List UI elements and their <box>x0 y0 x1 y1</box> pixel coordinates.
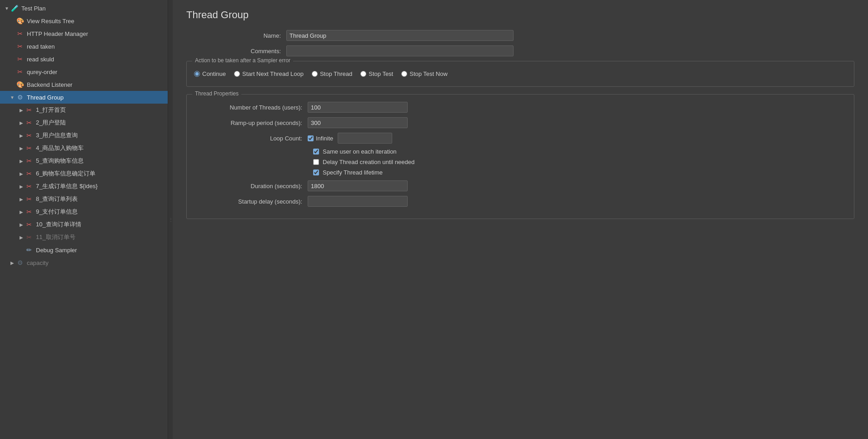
radio-item-opt-next-loop[interactable]: Start Next Thread Loop <box>234 70 304 77</box>
sidebar-item-label: 3_用户信息查询 <box>36 131 164 140</box>
item-icon: ✂ <box>25 195 34 204</box>
sidebar-item-http-header-manager[interactable]: ✂HTTP Header Manager <box>0 27 168 40</box>
sidebar-item-capacity[interactable]: ▶⚙capacity <box>0 256 168 269</box>
sidebar-item-item-2[interactable]: ▶✂2_用户登陆 <box>0 116 168 129</box>
drag-handle[interactable]: ⋮ <box>168 0 173 439</box>
radio-opt-stop-thread[interactable] <box>312 71 318 77</box>
item-icon: ✂ <box>15 55 25 64</box>
item-icon: 🎨 <box>15 16 25 25</box>
radio-opt-next-loop[interactable] <box>234 71 240 77</box>
item-icon: ✂ <box>25 118 34 127</box>
sidebar-item-label: read skuld <box>27 56 164 63</box>
same-user-label[interactable]: Same user on each iteration <box>323 148 397 155</box>
radio-label-opt-stop-test[interactable]: Stop Test <box>369 70 393 77</box>
specify-lifetime-checkbox[interactable] <box>313 170 319 175</box>
sidebar-item-item-10[interactable]: ▶✂10_查询订单详情 <box>0 218 168 231</box>
radio-item-opt-stop-test[interactable]: Stop Test <box>360 70 393 77</box>
radio-opt-continue[interactable] <box>194 71 200 77</box>
duration-input[interactable] <box>308 180 408 191</box>
delay-thread-row: Delay Thread creation until needed <box>194 159 847 165</box>
arrow-icon: ▶ <box>18 197 25 202</box>
item-icon: ⚙ <box>15 93 25 102</box>
infinite-checkbox-label[interactable]: Infinite <box>308 135 333 142</box>
sidebar-item-label: Thread Group <box>27 94 164 101</box>
thread-properties-section: Thread Properties Number of Threads (use… <box>186 94 854 219</box>
sidebar-item-label: HTTP Header Manager <box>27 30 164 37</box>
sidebar-item-test-plan[interactable]: ▼🧪Test Plan <box>0 2 168 15</box>
action-radio-group: ContinueStart Next Thread LoopStop Threa… <box>194 68 847 80</box>
sidebar-item-thread-group[interactable]: ▼⚙Thread Group <box>0 91 168 104</box>
item-icon: ✂ <box>25 182 34 191</box>
radio-opt-stop-test-now[interactable] <box>401 71 407 77</box>
sidebar-item-label: Test Plan <box>21 5 164 12</box>
sidebar-item-item-8[interactable]: ▶✂8_查询订单列表 <box>0 193 168 205</box>
page-title: Thread Group <box>186 9 854 21</box>
sidebar-item-label: Backend Listener <box>27 81 164 88</box>
sidebar-item-item-9[interactable]: ▶✂9_支付订单信息 <box>0 205 168 218</box>
sidebar-item-view-results-tree[interactable]: 🎨View Results Tree <box>0 15 168 27</box>
radio-label-opt-continue[interactable]: Continue <box>202 70 226 77</box>
radio-item-opt-stop-thread[interactable]: Stop Thread <box>312 70 352 77</box>
sidebar-item-qurey-order[interactable]: ✂qurey-order <box>0 65 168 78</box>
radio-label-opt-stop-thread[interactable]: Stop Thread <box>320 70 352 77</box>
item-icon: 🎨 <box>15 80 25 89</box>
startup-delay-label: Startup delay (seconds): <box>194 198 308 205</box>
sampler-error-title: Action to be taken after a Sampler error <box>192 57 293 64</box>
arrow-icon: ▶ <box>18 235 25 240</box>
radio-item-opt-continue[interactable]: Continue <box>194 70 226 77</box>
sidebar-item-label: 6_购物车信息确定订单 <box>36 170 164 178</box>
sidebar-item-backend-listener[interactable]: 🎨Backend Listener <box>0 78 168 91</box>
radio-label-opt-stop-test-now[interactable]: Stop Test Now <box>409 70 448 77</box>
infinite-label: Infinite <box>316 135 333 142</box>
duration-label: Duration (seconds): <box>194 183 308 190</box>
radio-opt-stop-test[interactable] <box>360 71 366 77</box>
loop-count-label: Loop Count: <box>194 135 308 142</box>
loop-count-input[interactable] <box>338 133 392 144</box>
item-icon: ✂ <box>15 67 25 76</box>
infinite-checkbox[interactable] <box>308 135 314 141</box>
item-icon: ✂ <box>15 42 25 51</box>
sidebar-item-item-11[interactable]: ▶✂11_取消订单号 <box>0 231 168 244</box>
comments-input[interactable] <box>286 45 514 56</box>
sidebar-item-item-4[interactable]: ▶✂4_商品加入购物车 <box>0 142 168 155</box>
arrow-icon: ▶ <box>18 222 25 227</box>
duration-row: Duration (seconds): <box>194 180 847 191</box>
startup-delay-input[interactable] <box>308 196 408 207</box>
sidebar-item-label: 11_取消订单号 <box>36 233 164 241</box>
arrow-icon: ▶ <box>18 184 25 189</box>
radio-item-opt-stop-test-now[interactable]: Stop Test Now <box>401 70 448 77</box>
same-user-checkbox[interactable] <box>313 149 319 155</box>
num-threads-label: Number of Threads (users): <box>194 104 308 111</box>
item-icon: ✂ <box>25 131 34 140</box>
sidebar-item-debug-sampler[interactable]: ✏Debug Sampler <box>0 244 168 256</box>
item-icon: ✏ <box>25 245 34 254</box>
name-input[interactable] <box>286 30 514 41</box>
sidebar-item-label: 10_查询订单详情 <box>36 220 164 229</box>
rampup-input[interactable] <box>308 117 408 128</box>
sidebar-item-label: 7_生成订单信息 ${ides} <box>36 182 164 190</box>
sidebar-item-read-taken[interactable]: ✂read taken <box>0 40 168 53</box>
sidebar-item-label: 2_用户登陆 <box>36 119 164 127</box>
item-icon: ⚙ <box>15 258 25 267</box>
delay-thread-label[interactable]: Delay Thread creation until needed <box>323 159 414 165</box>
sidebar-item-item-7[interactable]: ▶✂7_生成订单信息 ${ides} <box>0 180 168 193</box>
sidebar-item-label: capacity <box>27 259 164 266</box>
sidebar-item-label: View Results Tree <box>27 18 164 25</box>
delay-thread-checkbox[interactable] <box>313 159 319 165</box>
sidebar-item-item-1[interactable]: ▶✂1_打开首页 <box>0 104 168 116</box>
startup-delay-row: Startup delay (seconds): <box>194 196 847 207</box>
sidebar: ▼🧪Test Plan🎨View Results Tree✂HTTP Heade… <box>0 0 168 439</box>
sidebar-item-item-3[interactable]: ▶✂3_用户信息查询 <box>0 129 168 142</box>
sidebar-item-item-6[interactable]: ▶✂6_购物车信息确定订单 <box>0 167 168 180</box>
comments-label: Comments: <box>186 48 286 55</box>
sidebar-item-item-5[interactable]: ▶✂5_查询购物车信息 <box>0 155 168 167</box>
arrow-icon: ▼ <box>9 95 15 100</box>
specify-lifetime-label[interactable]: Specify Thread lifetime <box>323 169 383 176</box>
specify-lifetime-row: Specify Thread lifetime <box>194 169 847 176</box>
sidebar-item-read-skuld[interactable]: ✂read skuld <box>0 53 168 65</box>
radio-label-opt-next-loop[interactable]: Start Next Thread Loop <box>242 70 304 77</box>
arrow-icon: ▶ <box>18 108 25 113</box>
num-threads-input[interactable] <box>308 102 408 113</box>
rampup-row: Ramp-up period (seconds): <box>194 117 847 128</box>
item-icon: ✂ <box>25 156 34 165</box>
